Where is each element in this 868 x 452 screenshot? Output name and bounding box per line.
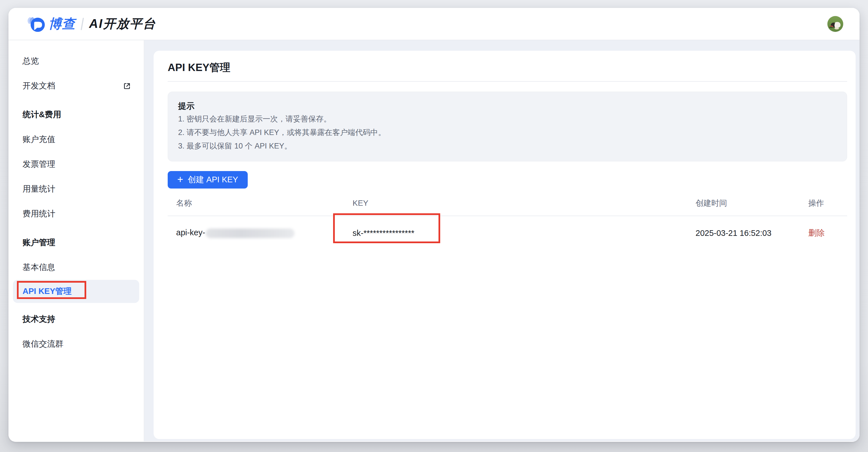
app-window: 博查 AI开放平台: [8, 8, 860, 442]
content-card: API KEY管理 提示 1. 密钥只会在新建后显示一次，请妥善保存。 2. 请…: [154, 51, 856, 439]
sidebar-item-label: 费用统计: [23, 208, 55, 220]
sidebar-item-usage-stats[interactable]: 用量统计: [13, 177, 139, 201]
sidebar-item-label: 开发文档: [23, 80, 55, 92]
sidebar-item-invoices[interactable]: 发票管理: [13, 152, 139, 177]
tips-title: 提示: [178, 100, 836, 112]
sidebar-item-overview[interactable]: 总览: [13, 49, 139, 73]
sidebar-section-account: 账户管理: [13, 230, 139, 255]
table-row: api-key- sk-**************** 2025-03-21 …: [168, 216, 847, 250]
sidebar-item-recharge[interactable]: 账户充值: [13, 127, 139, 152]
bocha-logo-icon: [27, 15, 45, 32]
sidebar-item-label: 基本信息: [23, 262, 55, 273]
api-key-name-cell: api-key-: [168, 228, 347, 238]
api-key-masked-cell: sk-****************: [347, 229, 695, 238]
column-header-key: KEY: [347, 199, 695, 208]
sidebar-item-basic-info[interactable]: 基本信息: [13, 255, 139, 280]
sidebar-section-support: 技术支持: [13, 307, 139, 332]
sidebar-item-label: 账户充值: [23, 134, 55, 145]
sidebar-section-label: 技术支持: [23, 314, 55, 325]
page-title: API KEY管理: [168, 51, 847, 74]
create-api-key-button[interactable]: + 创建 API KEY: [168, 171, 248, 189]
external-link-icon: [123, 82, 131, 90]
sidebar-item-label: 总览: [23, 56, 39, 67]
api-key-table: 名称 KEY 创建时间 操作 api-key- sk-*************…: [168, 191, 847, 250]
tips-line-1: 1. 密钥只会在新建后显示一次，请妥善保存。: [178, 112, 836, 126]
tips-line-3: 3. 最多可以保留 10 个 API KEY。: [178, 139, 836, 153]
sidebar-item-label: 用量统计: [23, 184, 55, 195]
avatar-illustration: [828, 16, 843, 32]
column-header-name: 名称: [168, 198, 347, 208]
sidebar-section-stats-fees: 统计&费用: [13, 102, 139, 127]
column-header-created: 创建时间: [695, 198, 808, 208]
sidebar-item-label: API KEY管理: [23, 286, 71, 297]
brand-platform-title: AI开放平台: [89, 15, 156, 32]
brand-divider: [81, 18, 84, 30]
sidebar-item-wechat-group[interactable]: 微信交流群: [13, 332, 139, 356]
sidebar-item-dev-docs[interactable]: 开发文档: [13, 73, 139, 98]
sidebar-item-label: 发票管理: [23, 159, 55, 170]
sidebar-section-label: 账户管理: [23, 237, 55, 248]
sidebar-item-cost-stats[interactable]: 费用统计: [13, 201, 139, 226]
tips-panel: 提示 1. 密钥只会在新建后显示一次，请妥善保存。 2. 请不要与他人共享 AP…: [168, 92, 847, 161]
brand-link[interactable]: 博查 AI开放平台: [27, 15, 156, 33]
create-api-key-label: 创建 API KEY: [188, 174, 238, 186]
title-divider: [168, 81, 847, 82]
main-area: API KEY管理 提示 1. 密钥只会在新建后显示一次，请妥善保存。 2. 请…: [144, 40, 860, 441]
page-background: 博查 AI开放平台: [0, 0, 868, 452]
delete-link[interactable]: 删除: [808, 228, 825, 237]
sidebar-item-label: 微信交流群: [23, 338, 63, 350]
api-key-name-prefix: api-key-: [176, 228, 205, 237]
topbar: 博查 AI开放平台: [8, 8, 860, 40]
user-avatar[interactable]: [828, 16, 843, 32]
table-header-row: 名称 KEY 创建时间 操作: [168, 191, 847, 216]
sidebar: 总览 开发文档 统计&费用 账户充值 发票管理: [8, 40, 144, 441]
redacted-name-blur: [206, 229, 294, 238]
sidebar-section-label: 统计&费用: [23, 109, 61, 120]
column-header-action: 操作: [808, 198, 847, 208]
brand-name: 博查: [49, 15, 75, 33]
created-at-cell: 2025-03-21 16:52:03: [695, 229, 808, 238]
sidebar-item-api-key-management[interactable]: API KEY管理: [13, 280, 139, 303]
tips-line-2: 2. 请不要与他人共享 API KEY，或将其暴露在客户端代码中。: [178, 126, 836, 139]
plus-icon: +: [177, 174, 183, 185]
action-cell: 删除: [808, 227, 847, 239]
